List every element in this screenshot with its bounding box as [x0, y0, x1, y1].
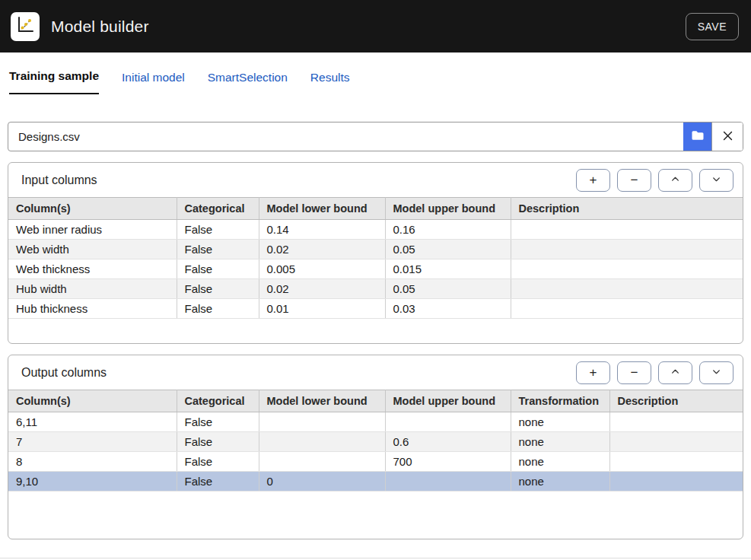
table-cell[interactable]: 6,11	[8, 412, 177, 432]
tab-initial-model[interactable]: Initial model	[122, 71, 185, 94]
table-row[interactable]: 6,11Falsenone	[8, 412, 743, 432]
table-cell[interactable]	[511, 240, 743, 259]
output-columns-panel: Output columns + − Column(s)CategoricalM…	[8, 355, 743, 539]
table-cell[interactable]: False	[177, 472, 259, 492]
table-cell[interactable]: Hub width	[8, 279, 177, 299]
table-row[interactable]: 9,10False0none	[8, 472, 743, 492]
table-cell[interactable]: 0.14	[259, 220, 385, 240]
browse-file-button[interactable]	[683, 123, 711, 151]
table-cell[interactable]	[259, 432, 385, 452]
output-columns-toolbar: + −	[576, 361, 733, 384]
tab-smartselection[interactable]: SmartSelection	[208, 71, 288, 94]
table-cell[interactable]: none	[511, 432, 609, 452]
table-row[interactable]: Web thicknessFalse0.0050.015	[8, 259, 743, 279]
move-row-up-button[interactable]	[658, 169, 692, 192]
table-cell[interactable]: 0.05	[385, 240, 511, 259]
table-cell[interactable]	[259, 452, 385, 472]
table-cell[interactable]: none	[511, 472, 609, 492]
table-cell[interactable]: 0.01	[259, 299, 385, 319]
table-cell[interactable]	[385, 472, 511, 492]
table-cell[interactable]: 0.02	[259, 240, 385, 259]
table-header-row: Column(s)CategoricalModel lower boundMod…	[8, 390, 743, 412]
table-cell[interactable]: False	[177, 220, 259, 240]
tab-results[interactable]: Results	[310, 71, 350, 94]
chevron-down-icon	[711, 366, 721, 379]
table-cell[interactable]	[259, 412, 385, 432]
table-cell[interactable]: 700	[385, 452, 511, 472]
tab-training-sample[interactable]: Training sample	[9, 69, 99, 94]
table-cell[interactable]: 0.05	[385, 279, 511, 299]
table-cell[interactable]: 8	[8, 452, 177, 472]
folder-icon	[690, 128, 705, 145]
table-cell[interactable]: 9,10	[8, 472, 177, 492]
add-row-button[interactable]: +	[576, 169, 610, 192]
column-header: Column(s)	[8, 390, 177, 412]
table-cell[interactable]: False	[177, 452, 259, 472]
add-row-button[interactable]: +	[576, 361, 610, 384]
table-cell[interactable]: Hub thickness	[8, 299, 177, 319]
table-row[interactable]: Hub widthFalse0.020.05	[8, 279, 743, 299]
app-logo	[11, 12, 40, 41]
table-cell[interactable]: 0.03	[385, 299, 511, 319]
table-cell[interactable]: none	[511, 412, 609, 432]
column-header: Model upper bound	[385, 198, 511, 220]
column-header: Description	[511, 198, 743, 220]
panel-title: Output columns	[21, 366, 107, 380]
tab-bar: Training sample Initial model SmartSelec…	[0, 52, 751, 94]
save-button[interactable]: SAVE	[686, 13, 739, 40]
table-cell[interactable]: False	[177, 279, 259, 299]
chevron-down-icon	[711, 173, 721, 186]
table-cell[interactable]	[511, 259, 743, 279]
table-row[interactable]: 8False700none	[8, 452, 743, 472]
move-row-up-button[interactable]	[658, 361, 692, 384]
table-cell[interactable]: False	[177, 412, 259, 432]
table-cell[interactable]	[385, 412, 511, 432]
table-cell[interactable]: False	[177, 299, 259, 319]
column-header: Categorical	[177, 198, 259, 220]
table-cell[interactable]	[511, 279, 743, 299]
chevron-up-icon	[670, 366, 680, 379]
input-columns-panel-header: Input columns + −	[8, 163, 743, 197]
input-columns-toolbar: + −	[576, 169, 733, 192]
table-cell[interactable]: False	[177, 240, 259, 259]
table-cell[interactable]: False	[177, 259, 259, 279]
table-cell[interactable]: Web thickness	[8, 259, 177, 279]
table-cell[interactable]	[609, 432, 743, 452]
panel-title: Input columns	[21, 173, 97, 187]
column-header: Model upper bound	[385, 390, 511, 412]
table-cell[interactable]	[511, 220, 743, 240]
clear-file-button[interactable]	[712, 123, 743, 151]
table-cell[interactable]: False	[177, 432, 259, 452]
chevron-up-icon	[670, 173, 680, 186]
move-row-down-button[interactable]	[699, 361, 733, 384]
table-row[interactable]: Hub thicknessFalse0.010.03	[8, 299, 743, 319]
page-title: Model builder	[51, 18, 149, 36]
table-cell[interactable]: 0.16	[385, 220, 511, 240]
training-file-input[interactable]	[8, 123, 683, 151]
table-row[interactable]: Web widthFalse0.020.05	[8, 240, 743, 259]
table-cell[interactable]: none	[511, 452, 609, 472]
move-row-down-button[interactable]	[699, 169, 733, 192]
table-cell[interactable]: 0	[259, 472, 385, 492]
table-cell[interactable]: 7	[8, 432, 177, 452]
table-cell[interactable]: 0.005	[259, 259, 385, 279]
table-header-row: Column(s)CategoricalModel lower boundMod…	[8, 198, 743, 220]
table-row[interactable]: Web inner radiusFalse0.140.16	[8, 220, 743, 240]
table-cell[interactable]	[511, 299, 743, 319]
table-cell[interactable]	[609, 472, 743, 492]
divider	[0, 558, 751, 558]
table-row[interactable]: 7False0.6none	[8, 432, 743, 452]
input-columns-table: Column(s)CategoricalModel lower boundMod…	[8, 197, 743, 319]
table-cell[interactable]: 0.015	[385, 259, 511, 279]
column-header: Categorical	[177, 390, 259, 412]
input-columns-table-wrap: Column(s)CategoricalModel lower boundMod…	[8, 197, 743, 343]
remove-row-button[interactable]: −	[617, 361, 651, 384]
table-cell[interactable]: Web inner radius	[8, 220, 177, 240]
table-cell[interactable]: 0.02	[259, 279, 385, 299]
chart-logo-icon	[15, 15, 35, 38]
table-cell[interactable]: 0.6	[385, 432, 511, 452]
table-cell[interactable]: Web width	[8, 240, 177, 259]
table-cell[interactable]	[609, 412, 743, 432]
table-cell[interactable]	[609, 452, 743, 472]
remove-row-button[interactable]: −	[617, 169, 651, 192]
